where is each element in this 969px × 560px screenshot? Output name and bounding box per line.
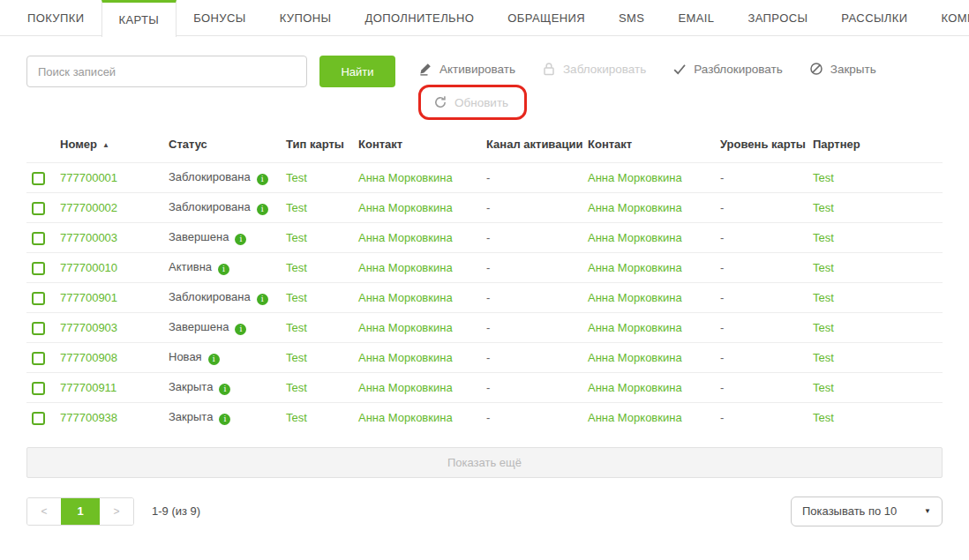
tab[interactable]: БОНУСЫ: [177, 0, 262, 35]
row-checkbox[interactable]: [32, 382, 45, 395]
partner: Test: [813, 411, 834, 424]
tab[interactable]: КАРТЫ: [101, 0, 177, 37]
contact-link[interactable]: Анна Морковкина: [358, 291, 453, 304]
card-number-link[interactable]: 777700901: [60, 291, 117, 304]
pagination-prev-button[interactable]: <: [27, 498, 61, 525]
contact2-link[interactable]: Анна Морковкина: [588, 231, 682, 244]
tab[interactable]: SMS: [602, 0, 661, 35]
card-number-link[interactable]: 777700002: [60, 201, 117, 214]
table-header: Номер▲СтатусТип картыКонтактКанал актива…: [26, 127, 943, 163]
contact-link[interactable]: Анна Морковкина: [358, 261, 453, 274]
card-number-link[interactable]: 777700003: [60, 231, 117, 244]
close-button[interactable]: Закрыть: [809, 62, 876, 76]
card-number-link[interactable]: 777700010: [60, 261, 117, 274]
pagination-current-page[interactable]: 1: [61, 498, 100, 525]
column-header[interactable]: Контакт: [582, 127, 715, 163]
refresh-button[interactable]: Обновить: [433, 95, 508, 109]
pagination: < 1 >: [26, 497, 134, 526]
tab[interactable]: EMAIL: [661, 0, 731, 35]
info-icon[interactable]: [257, 294, 268, 305]
tab-label: КАРТЫ: [119, 13, 160, 26]
row-checkbox[interactable]: [32, 322, 45, 335]
info-icon[interactable]: [219, 414, 230, 425]
info-icon[interactable]: [257, 174, 268, 185]
block-button[interactable]: Заблокировать: [542, 62, 646, 76]
tab[interactable]: ПОКУПКИ: [11, 0, 101, 35]
contact-link[interactable]: Анна Морковкина: [358, 351, 453, 364]
table-row: 777700903 Завершена Test Анна Морковкина…: [26, 313, 943, 343]
card-level: -: [720, 321, 724, 334]
unblock-button[interactable]: Разблокировать: [672, 62, 783, 76]
contact-link[interactable]: Анна Морковкина: [358, 411, 453, 424]
contact2-link[interactable]: Анна Морковкина: [588, 261, 682, 274]
block-label: Заблокировать: [563, 63, 646, 76]
tab-label: SMS: [619, 11, 644, 25]
tab[interactable]: ЗАПРОСЫ: [731, 0, 824, 35]
tab[interactable]: КОММУНИКАЦИИ: [924, 0, 969, 35]
row-checkbox[interactable]: [32, 172, 45, 185]
info-icon[interactable]: [218, 264, 229, 275]
contact-link[interactable]: Анна Морковкина: [358, 231, 453, 244]
unblock-label: Разблокировать: [694, 63, 783, 76]
info-icon[interactable]: [208, 354, 220, 365]
tab[interactable]: КУПОНЫ: [263, 0, 349, 35]
row-checkbox[interactable]: [32, 292, 45, 305]
contact2-link[interactable]: Анна Морковкина: [588, 381, 682, 394]
load-more-button[interactable]: Показать ещё: [26, 447, 943, 478]
card-number-link[interactable]: 777700903: [60, 321, 117, 334]
contact2-link[interactable]: Анна Морковкина: [588, 201, 682, 214]
activate-button[interactable]: Активировать: [418, 62, 515, 76]
card-number-link[interactable]: 777700908: [60, 351, 117, 364]
card-number-link[interactable]: 777700911: [60, 381, 116, 394]
tab-label: КУПОНЫ: [280, 11, 332, 25]
info-icon[interactable]: [219, 384, 230, 395]
card-type: Test: [286, 411, 307, 424]
table-row: 777700908 Новая Test Анна Морковкина - А…: [26, 343, 943, 373]
status-text: Заблокирована: [169, 290, 251, 303]
card-number-link[interactable]: 777700938: [60, 411, 117, 424]
column-header[interactable]: Номер▲: [55, 127, 163, 163]
close-label: Закрыть: [830, 63, 876, 76]
row-checkbox[interactable]: [32, 232, 45, 245]
card-level: -: [720, 171, 724, 184]
contact2-link[interactable]: Анна Морковкина: [588, 291, 682, 304]
column-header[interactable]: Уровень карты: [715, 127, 808, 163]
column-header[interactable]: Канал активации: [481, 127, 582, 163]
info-icon[interactable]: [235, 234, 246, 245]
activation-channel: -: [486, 381, 490, 394]
contact2-link[interactable]: Анна Морковкина: [588, 171, 682, 184]
info-icon[interactable]: [235, 324, 246, 335]
contact-link[interactable]: Анна Морковкина: [358, 171, 453, 184]
column-header[interactable]: Партнер: [808, 127, 943, 163]
row-checkbox[interactable]: [32, 202, 45, 215]
find-button[interactable]: Найти: [319, 56, 395, 87]
page-size-select[interactable]: Показывать по 10 ▼: [791, 497, 943, 526]
row-checkbox[interactable]: [32, 412, 45, 425]
table-row: 777700010 Активна Test Анна Морковкина -…: [26, 253, 943, 283]
card-number-link[interactable]: 777700001: [60, 171, 117, 184]
tab[interactable]: ДОПОЛНИТЕЛЬНО: [348, 0, 491, 35]
contact-link[interactable]: Анна Морковкина: [358, 321, 453, 334]
contact-link[interactable]: Анна Морковкина: [358, 201, 453, 214]
lock-icon: [542, 62, 556, 76]
contact2-link[interactable]: Анна Морковкина: [588, 321, 682, 334]
status-text: Заблокирована: [169, 170, 251, 183]
contact-link[interactable]: Анна Морковкина: [358, 381, 453, 394]
search-input[interactable]: [26, 56, 307, 87]
activation-channel: -: [486, 291, 490, 304]
status-text: Завершена: [169, 230, 229, 243]
column-label: Номер: [60, 138, 97, 151]
contact2-link[interactable]: Анна Морковкина: [588, 351, 682, 364]
row-checkbox[interactable]: [32, 262, 45, 275]
info-icon[interactable]: [257, 204, 268, 215]
column-header[interactable]: Контакт: [353, 127, 481, 163]
tab[interactable]: ОБРАЩЕНИЯ: [491, 0, 602, 35]
tab-label: КОММУНИКАЦИИ: [941, 11, 969, 25]
tab[interactable]: РАССЫЛКИ: [824, 0, 924, 35]
column-header[interactable]: Статус: [163, 127, 281, 163]
row-checkbox[interactable]: [32, 352, 45, 365]
column-header[interactable]: Тип карты: [281, 127, 353, 163]
contact2-link[interactable]: Анна Морковкина: [588, 411, 682, 424]
pagination-next-button[interactable]: >: [100, 498, 133, 525]
cards-page: ПОКУПКИ КАРТЫ БОНУСЫ КУПОНЫ ДОПОЛНИТЕЛЬН…: [0, 0, 969, 560]
